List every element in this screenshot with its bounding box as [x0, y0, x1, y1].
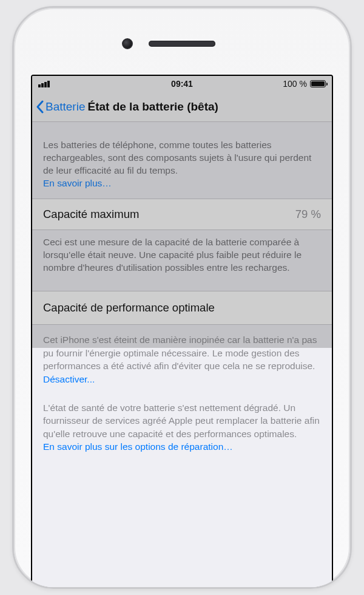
degraded-text: L'état de santé de votre batterie s'est … [43, 403, 320, 439]
max-capacity-footer: Ceci est une mesure de la capacité de la… [32, 230, 332, 291]
volume-down-button [12, 190, 14, 226]
cellular-signal-icon [38, 81, 50, 87]
max-capacity-label: Capacité maximum [43, 208, 139, 221]
chevron-left-icon [36, 100, 44, 114]
status-time: 09:41 [171, 79, 193, 89]
intro-description: Les batteries de téléphone, comme toutes… [32, 122, 332, 199]
status-bar: 09:41 100 % [32, 76, 332, 92]
peak-performance-label: Capacité de performance optimale [43, 301, 321, 314]
shutdown-text: Cet iPhone s'est éteint de manière inopi… [43, 335, 317, 371]
page-title: État de la batterie (bêta) [87, 100, 218, 114]
phone-top-bezel [14, 8, 350, 66]
performance-management-description: Cet iPhone s'est éteint de manière inopi… [32, 325, 332, 398]
disable-performance-management-link[interactable]: Désactiver... [43, 374, 95, 384]
max-capacity-cell: Capacité maximum 79 % [32, 199, 332, 230]
power-button [350, 135, 352, 184]
back-button[interactable]: Batterie [36, 100, 85, 114]
learn-more-link[interactable]: En savoir plus… [43, 178, 112, 188]
settings-content[interactable]: Les batteries de téléphone, comme toutes… [32, 122, 332, 587]
iphone-device-frame: 09:41 100 % Batterie État de la batterie… [12, 6, 352, 589]
intro-text: Les batteries de téléphone, comme toutes… [43, 140, 311, 175]
back-button-label: Batterie [46, 100, 85, 114]
earpiece-speaker [149, 41, 215, 47]
mute-switch [12, 105, 14, 127]
screen: 09:41 100 % Batterie État de la batterie… [31, 75, 333, 587]
battery-icon [310, 80, 326, 87]
navigation-bar: Batterie État de la batterie (bêta) [32, 92, 332, 122]
battery-degraded-description: L'état de santé de votre batterie s'est … [32, 398, 332, 466]
repair-options-link[interactable]: En savoir plus sur les options de répara… [43, 441, 233, 452]
max-capacity-value: 79 % [295, 208, 321, 221]
peak-performance-cell: Capacité de performance optimale [32, 291, 332, 325]
front-camera [122, 38, 133, 49]
battery-percent-label: 100 % [283, 79, 307, 89]
volume-up-button [12, 144, 14, 181]
